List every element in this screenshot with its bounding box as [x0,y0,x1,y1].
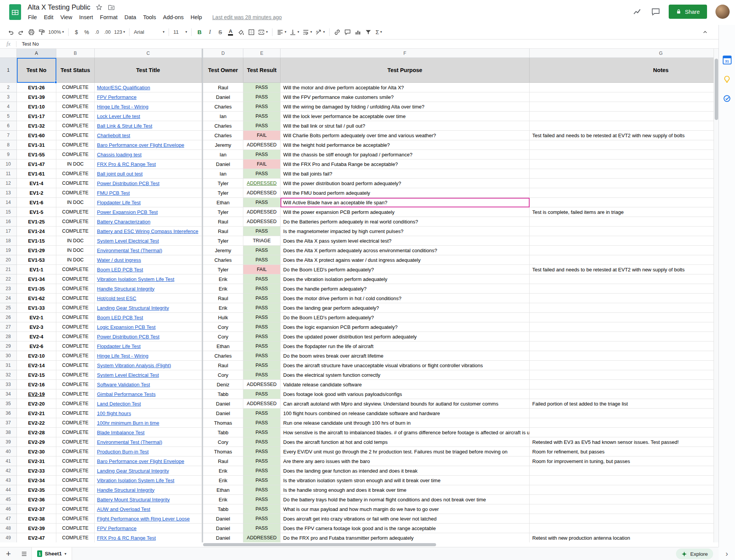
cell-A27[interactable]: EV2-3 [17,322,56,332]
header-cell-A1[interactable]: Test No [17,58,56,83]
cell-E28[interactable]: PASS [243,332,281,342]
cell-B32[interactable]: COMPLETE [56,370,95,380]
cell-C38[interactable]: Blade Imbalance Test [95,428,202,437]
cell-B29[interactable]: COMPLETE [56,342,95,351]
row-header-45[interactable]: 45 [0,495,17,504]
cell-A21[interactable]: EV1-1 [17,265,56,274]
cell-D41[interactable]: Raul [203,457,243,466]
menu-view[interactable]: View [57,13,75,21]
cell-C18[interactable]: System Level Electrical Test [95,236,202,246]
cell-E10[interactable]: FAIL [243,159,281,169]
cell-C17[interactable]: Battery and ESC Wiring Compass Interefen… [95,227,202,236]
merge-cells-button[interactable]: ▾ [256,27,269,37]
cell-A36[interactable]: EV2-21 [17,409,56,418]
cell-C25[interactable]: Landing Gear Structural Integrity [95,303,202,313]
cell-G19[interactable] [530,246,714,255]
cell-A29[interactable]: EV2-6 [17,342,56,351]
cell-E41[interactable]: PASS [243,457,281,466]
cell-E8[interactable]: ADDRESSED [243,140,281,150]
cell-D10[interactable]: Daniel [203,159,243,169]
cell-F24[interactable]: Does the motor drive perform in hot / co… [281,294,530,303]
cell-A3[interactable]: EV1-39 [17,92,56,102]
column-header-C[interactable]: C [95,49,202,58]
cell-C39[interactable]: Environmental Test (Thermal) [95,437,202,447]
cell-C40[interactable]: Production Burn-in Test [95,447,202,457]
cell-E27[interactable]: PASS [243,322,281,332]
cell-F8[interactable]: Will the height hold performance be acce… [281,140,530,150]
cell-A48[interactable]: EV2-39 [17,524,56,533]
decrease-decimals-button[interactable]: .0 [92,27,102,37]
cell-C47[interactable]: Flight Performance with Ring Lever Loose [95,514,202,524]
cell-A20[interactable]: EV1-53 [17,255,56,265]
cell-D5[interactable]: Ian [203,112,243,121]
cell-F29[interactable]: Does the flopdapter run the life of airc… [281,342,530,351]
row-header-1[interactable]: 1 [0,58,17,83]
cell-G41[interactable]: Room for improvement in tuning, but pass… [530,457,714,466]
row-header-28[interactable]: 28 [0,332,17,342]
cell-G35[interactable]: Failed portion of test added to the tria… [530,399,714,409]
row-header-5[interactable]: 5 [0,112,17,121]
cell-B15[interactable]: COMPLETE [56,207,95,217]
cell-G11[interactable] [530,169,714,179]
cell-D45[interactable]: Erik [203,495,243,504]
cell-B34[interactable]: COMPLETE [56,389,95,399]
cell-E2[interactable]: PASS [243,83,281,92]
cell-F9[interactable]: Will the chassis be stiff enough for pay… [281,150,530,159]
row-header-41[interactable]: 41 [0,457,17,466]
cell-A45[interactable]: EV2-36 [17,495,56,504]
cell-C24[interactable]: Hot/cold test ESC [95,294,202,303]
calendar-icon[interactable]: 31 [723,56,732,64]
cell-D33[interactable]: Deniz [203,380,243,389]
cell-F12[interactable]: Will the power distribution board perfor… [281,179,530,188]
cell-F31[interactable]: Does the aircraft structure have unaccep… [281,361,530,370]
cell-A43[interactable]: EV2-34 [17,476,56,485]
menu-help[interactable]: Help [187,13,205,21]
cell-C26[interactable]: Boom LED PCB Test [95,313,202,322]
cell-A17[interactable]: EV1-24 [17,227,56,236]
cell-G14[interactable] [530,198,714,207]
cell-D40[interactable]: Thomas [203,447,243,457]
cell-A28[interactable]: EV2-4 [17,332,56,342]
cell-C8[interactable]: Baro Performance over Flight Envelope [95,140,202,150]
cell-F42[interactable]: Does the landing gear function as intend… [281,466,530,476]
cell-A25[interactable]: EV1-33 [17,303,56,313]
cell-A35[interactable]: EV2-20 [17,399,56,409]
row-header-33[interactable]: 33 [0,380,17,389]
side-panel-toggle[interactable]: › [719,547,735,560]
cell-A4[interactable]: EV1-10 [17,102,56,112]
cell-B11[interactable]: COMPLETE [56,169,95,179]
cell-B12[interactable]: COMPLETE [56,179,95,188]
test-title-link[interactable]: Environmental Test (Thermal) [97,248,162,253]
test-title-link[interactable]: Flopdapter Life Test [97,343,141,349]
cell-D49[interactable]: Daniel [203,533,243,542]
cell-E40[interactable]: PASS [243,447,281,457]
cell-E46[interactable]: PASS [243,504,281,514]
test-title-link[interactable]: Production Burn-in Test [97,449,149,455]
cell-G9[interactable] [530,150,714,159]
cell-G49[interactable]: Retest with new production antenna locat… [530,533,714,542]
column-header-E[interactable]: E [243,49,281,58]
cell-E39[interactable]: PASS [243,437,281,447]
cell-D27[interactable]: Cory [203,322,243,332]
cell-B22[interactable]: COMPLETE [56,274,95,284]
cell-E7[interactable]: FAIL [243,131,281,140]
horizontal-scrollbar-thumb[interactable] [203,543,436,546]
row-header-3[interactable]: 3 [0,92,17,102]
cell-B10[interactable]: IN DOC [56,159,95,169]
move-folder-icon[interactable] [108,4,115,11]
test-title-link[interactable]: Chassis loading test [97,152,141,158]
cell-C42[interactable]: Landing Gear Structural Integrity [95,466,202,476]
cell-C15[interactable]: Power Expansion PCB Test [95,207,202,217]
cell-A15[interactable]: EV1-5 [17,207,56,217]
cell-C7[interactable]: Charliebolt test [95,131,202,140]
row-header-18[interactable]: 18 [0,236,17,246]
bold-button[interactable]: B [194,27,205,37]
test-title-link[interactable]: Flopdapter Life Test [97,200,141,205]
cell-F36[interactable]: 100 flight hours combined on release can… [281,409,530,418]
cell-B49[interactable]: COMPLETE [56,533,95,542]
cell-D36[interactable]: Daniel [203,409,243,418]
cell-B36[interactable]: COMPLETE [56,409,95,418]
cell-A9[interactable]: EV1-55 [17,150,56,159]
cell-G29[interactable] [530,342,714,351]
cell-G32[interactable] [530,370,714,380]
